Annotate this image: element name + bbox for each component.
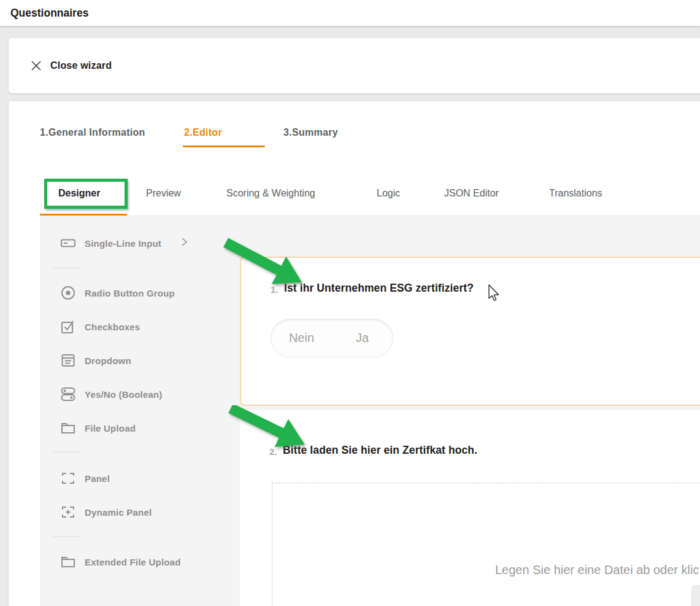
toolbox-item-single-line-input[interactable]: Single-Line Input	[60, 235, 161, 251]
page-title: Questionnaires	[10, 0, 88, 26]
close-wizard-button[interactable]: Close wizard	[31, 38, 112, 93]
annotation-highlight-box	[44, 179, 128, 209]
close-icon	[31, 60, 42, 71]
chevron-right-icon[interactable]	[180, 237, 188, 247]
close-wizard-label: Close wizard	[50, 60, 112, 71]
question-title: Ist ihr Unternehmen ESG zertifiziert?	[284, 282, 474, 295]
toolbox-item-panel[interactable]: Panel	[60, 470, 110, 486]
extended-file-upload-icon	[60, 554, 76, 570]
question-number: 1.	[271, 284, 279, 295]
app-header: Questionnaires	[0, 0, 700, 26]
wizard-editor-card: 1.General Information 2.Editor 3.Summary…	[9, 101, 700, 606]
questionnaire-wizard-page: Questionnaires Close wizard 1.General In…	[0, 0, 700, 606]
dynamic-panel-icon	[60, 504, 76, 520]
toolbox-item-radio-button-group[interactable]: Radio Button Group	[60, 285, 175, 301]
toolbox-item-checkboxes[interactable]: Checkboxes	[60, 319, 140, 335]
dropdown-icon	[60, 352, 76, 368]
dropzone-hint-text: Legen Sie hier eine Datei ab oder klic	[495, 563, 699, 577]
step-tab-summary[interactable]: 3.Summary	[283, 127, 338, 147]
question-number: 2.	[269, 446, 277, 457]
toolbox-item-file-upload[interactable]: File Upload	[60, 420, 136, 436]
question-title: Bitte laden Sie hier ein Zertifkat hoch.	[283, 444, 477, 457]
wizard-toolbar-card: Close wizard	[9, 38, 700, 93]
designer-workspace: Single-Line Input Radio Button	[40, 216, 700, 606]
toolbox-divider	[53, 536, 82, 537]
step-tab-editor[interactable]: 2.Editor	[184, 127, 222, 147]
toolbox-item-boolean[interactable]: Yes/No (Boolean)	[60, 386, 163, 402]
question-card-file-upload[interactable]: 2. Bitte laden Sie hier ein Zertifkat ho…	[240, 410, 700, 606]
question-card-boolean[interactable]: 1. Ist ihr Unternehmen ESG zertifiziert?…	[240, 257, 700, 406]
file-dropzone[interactable]: Legen Sie hier eine Datei ab oder klic	[272, 483, 700, 606]
toolbox-divider	[53, 452, 82, 453]
single-line-input-icon	[60, 235, 76, 251]
step-tab-general-information[interactable]: 1.General Information	[40, 127, 145, 147]
file-upload-icon	[60, 420, 76, 436]
boolean-icon	[60, 386, 76, 402]
toolbox-item-dropdown[interactable]: Dropdown	[60, 352, 131, 368]
boolean-option-no[interactable]: Nein	[271, 331, 332, 345]
toolbox-divider	[53, 268, 82, 268]
choose-file-button-partial[interactable]	[691, 585, 700, 606]
checkboxes-icon	[60, 319, 76, 335]
panel-icon	[60, 470, 76, 486]
tab-translations[interactable]: Translations	[549, 188, 602, 204]
boolean-toggle[interactable]: Nein Ja	[271, 319, 393, 357]
tab-preview[interactable]: Preview	[146, 188, 181, 204]
radio-button-group-icon	[60, 285, 76, 301]
toolbox-item-dynamic-panel[interactable]: Dynamic Panel	[60, 504, 152, 520]
active-step-underline	[183, 146, 265, 147]
toolbox-item-extended-file-upload[interactable]: Extended File Upload	[60, 554, 181, 570]
toolbox-sidebar: Single-Line Input Radio Button	[40, 216, 239, 606]
tab-logic[interactable]: Logic	[377, 188, 400, 204]
tab-json-editor[interactable]: JSON Editor	[444, 188, 499, 204]
tab-scoring-weighting[interactable]: Scoring & Weighting	[226, 188, 315, 204]
boolean-option-yes[interactable]: Ja	[332, 331, 393, 345]
